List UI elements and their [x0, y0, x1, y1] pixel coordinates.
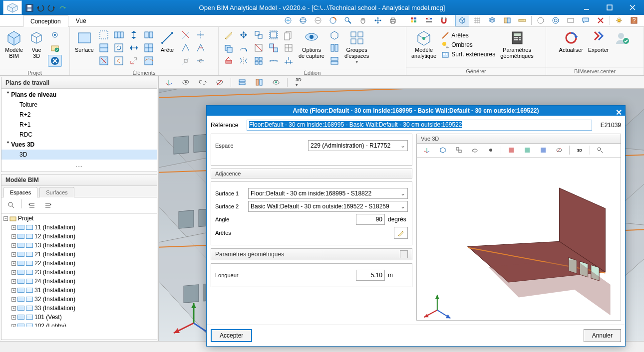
qt-zoom-icon[interactable] — [341, 14, 355, 26]
tree-niveau-group[interactable]: ˅ Plans de niveau — [1, 90, 157, 100]
ed-g-icon[interactable] — [252, 29, 266, 41]
d3-eye-icon[interactable] — [552, 144, 566, 156]
vt-eye2-icon[interactable] — [213, 76, 227, 88]
ed-o-icon[interactable] — [282, 55, 296, 67]
annuler-button[interactable]: Annuler — [584, 329, 621, 342]
redo2-icon[interactable] — [58, 3, 66, 11]
surf-c-icon[interactable] — [97, 55, 111, 67]
groupes-espaces-button[interactable]: Groupes d'espaces▼ — [342, 29, 371, 65]
parametres-geom-button[interactable]: Paramètres géométriques — [498, 29, 536, 60]
calc-icon[interactable] — [400, 250, 408, 258]
qt-hand-icon[interactable] — [356, 14, 370, 26]
qt-ruler-icon[interactable] — [515, 14, 529, 26]
surf-j-icon[interactable] — [142, 29, 156, 41]
qt-x-icon[interactable] — [594, 14, 608, 26]
qt-settings-icon[interactable] — [612, 14, 626, 26]
collapse-icon[interactable] — [25, 199, 39, 211]
ar-c-icon[interactable] — [179, 55, 193, 67]
modele-bim-button[interactable]: Modèle BIM — [3, 29, 25, 60]
ar-f-icon[interactable] — [194, 55, 208, 67]
espace-select[interactable]: 229 (Administration) - R17752⌄ — [308, 140, 408, 151]
dlg-3d-view[interactable] — [417, 158, 621, 320]
qt-icon-1[interactable] — [281, 14, 295, 26]
qt-rect-icon[interactable] — [564, 14, 578, 26]
espaces-tree[interactable]: −Projet +11 (Installation)+12 (Installat… — [1, 214, 157, 327]
list-item[interactable]: +33 (Installation) — [1, 304, 157, 313]
qt-comment-icon[interactable] — [579, 14, 593, 26]
vt-3d-icon[interactable]: 3D▾ — [292, 76, 306, 88]
maximize-button[interactable] — [598, 0, 621, 15]
d3-axis-icon[interactable] — [420, 144, 434, 156]
undo-icon[interactable] — [36, 3, 44, 11]
tab-vue[interactable]: Vue — [68, 15, 94, 26]
list-item[interactable]: +23 (Installation) — [1, 268, 157, 277]
dialog-close-icon[interactable]: ✕ — [616, 108, 622, 117]
gen-ombres-button[interactable]: Ombres — [439, 40, 497, 49]
list-item[interactable]: +101 (Vest) — [1, 313, 157, 322]
tree-vues3d-group[interactable]: ˅ Vues 3D — [1, 140, 157, 150]
surf-k-icon[interactable] — [142, 42, 156, 54]
exporter-button[interactable]: Exporter — [586, 29, 611, 54]
ed-m-icon[interactable] — [282, 29, 296, 41]
surf-b-icon[interactable] — [97, 42, 111, 54]
qt-icon-3[interactable] — [311, 14, 325, 26]
list-item[interactable]: +12 (Installation) — [1, 232, 157, 241]
redo-icon[interactable] — [47, 3, 55, 11]
vt-layer1-icon[interactable] — [235, 76, 249, 88]
qt-flag1-icon[interactable] — [407, 14, 421, 26]
cap-a-icon[interactable] — [327, 29, 341, 41]
list-item[interactable]: +31 (Installation) — [1, 286, 157, 295]
pfolder-icon[interactable] — [48, 42, 62, 54]
list-item[interactable]: +21 (Installation) — [1, 250, 157, 259]
ar-a-icon[interactable] — [179, 29, 193, 41]
d3-3d-icon[interactable]: 3D — [573, 144, 587, 156]
vt-eye3-icon[interactable] — [269, 76, 283, 88]
qt-print-icon[interactable] — [386, 14, 400, 26]
expand-icon[interactable] — [41, 199, 55, 211]
ed-c-icon[interactable] — [222, 55, 236, 67]
surf-d-icon[interactable] — [112, 29, 126, 41]
ed-d-icon[interactable] — [237, 29, 251, 41]
vue-3d-button[interactable]: Vue 3D — [26, 29, 47, 60]
search-icon[interactable] — [4, 199, 18, 211]
vt-link-icon[interactable] — [196, 76, 210, 88]
longueur-input[interactable] — [356, 270, 385, 281]
qt-help-icon[interactable]: ? — [627, 14, 641, 26]
options-capture-button[interactable]: Options de capture — [297, 29, 326, 60]
ed-j-icon[interactable] — [267, 29, 281, 41]
ed-h-icon[interactable] — [252, 42, 266, 54]
cap-c-icon[interactable] — [327, 55, 341, 67]
qt-circle-icon[interactable] — [534, 14, 548, 26]
list-item[interactable]: +11 (Installation) — [1, 223, 157, 232]
vt-eye-icon[interactable] — [179, 76, 193, 88]
tree-item-rdc[interactable]: RDC — [1, 130, 157, 140]
modele-analytique-button[interactable]: Modèle analytique — [409, 29, 438, 60]
d3-cloud-icon[interactable] — [468, 144, 482, 156]
qt-layers-icon[interactable] — [485, 14, 499, 26]
ed-b-icon[interactable] — [222, 42, 236, 54]
save-icon[interactable] — [25, 3, 33, 11]
d3-dot-icon[interactable] — [484, 144, 498, 156]
aretes-edit-icon[interactable] — [394, 227, 408, 239]
tab-espaces[interactable]: Espaces — [3, 187, 37, 197]
angle-input[interactable] — [356, 214, 385, 225]
gen-aretes-button[interactable]: Arêtes — [439, 31, 497, 40]
ed-f-icon[interactable] — [237, 55, 251, 67]
qt-magnet-icon[interactable] — [437, 14, 451, 26]
ed-k-icon[interactable] — [267, 42, 281, 54]
tree-item-r2[interactable]: R+2 — [1, 110, 157, 120]
pclose-icon[interactable] — [48, 55, 62, 67]
surf-l-icon[interactable] — [142, 55, 156, 67]
vt-axis-icon[interactable] — [162, 76, 176, 88]
pgear-icon[interactable] — [48, 29, 62, 41]
close-button[interactable] — [621, 0, 644, 15]
qt-flag2-icon[interactable] — [422, 14, 436, 26]
vt-layer2-icon[interactable] — [252, 76, 266, 88]
qt-faces-icon[interactable] — [500, 14, 514, 26]
list-item[interactable]: +102 (Lobby) — [1, 322, 157, 327]
d3-f3-icon[interactable] — [536, 144, 550, 156]
surface2-select[interactable]: Basic Wall:Default - 30 cm outside:16952… — [248, 201, 408, 212]
surf-e-icon[interactable] — [112, 42, 126, 54]
actualiser-button[interactable]: Actualiser — [557, 29, 585, 54]
list-item[interactable]: +22 (Installation) — [1, 259, 157, 268]
